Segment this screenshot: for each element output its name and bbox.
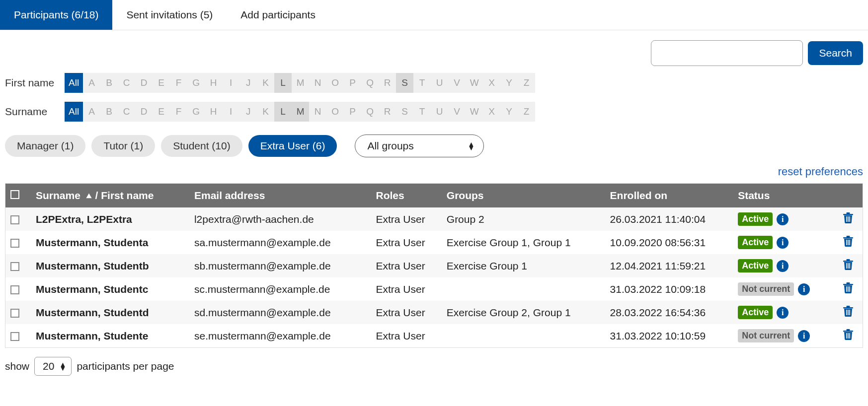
select-all-header[interactable]	[5, 184, 31, 208]
enrolled-header[interactable]: Enrolled on	[605, 184, 733, 208]
alpha-letter-e[interactable]: E	[153, 73, 170, 93]
row-checkbox[interactable]	[10, 309, 19, 318]
role-pill-2[interactable]: Student (10)	[161, 135, 242, 157]
trash-icon[interactable]	[843, 306, 853, 319]
alpha-letter-p[interactable]: P	[344, 102, 361, 122]
alpha-letter-u[interactable]: U	[431, 73, 448, 93]
alpha-letter-x[interactable]: X	[483, 102, 500, 122]
alpha-letter-b[interactable]: B	[100, 73, 118, 93]
trash-icon[interactable]	[843, 259, 853, 272]
alpha-letter-r[interactable]: R	[379, 73, 396, 93]
alpha-letter-f[interactable]: F	[170, 102, 187, 122]
alpha-letter-p[interactable]: P	[344, 73, 361, 93]
row-checkbox[interactable]	[10, 239, 19, 248]
row-enrolled: 26.03.2021 11:40:04	[605, 207, 733, 231]
alpha-letter-h[interactable]: H	[205, 102, 222, 122]
info-icon[interactable]: i	[798, 330, 810, 342]
alpha-letter-n[interactable]: N	[309, 73, 326, 93]
row-groups: Exercise Group 1, Group 1	[442, 231, 605, 254]
info-icon[interactable]: i	[777, 237, 789, 249]
alpha-letter-f[interactable]: F	[170, 73, 187, 93]
alpha-letter-q[interactable]: Q	[361, 102, 379, 122]
row-checkbox[interactable]	[10, 332, 19, 341]
alpha-letter-w[interactable]: W	[466, 73, 483, 93]
row-email: sc.mustermann@example.de	[189, 277, 371, 301]
alpha-letter-a[interactable]: A	[83, 102, 100, 122]
alpha-letter-l[interactable]: L	[274, 102, 292, 122]
alpha-letter-j[interactable]: J	[239, 73, 257, 93]
row-roles: Extra User	[371, 301, 442, 324]
alpha-letter-c[interactable]: C	[118, 73, 135, 93]
alpha-letter-g[interactable]: G	[187, 73, 205, 93]
role-pill-1[interactable]: Tutor (1)	[91, 135, 155, 157]
alpha-letter-m[interactable]: M	[292, 102, 309, 122]
info-icon[interactable]: i	[777, 307, 789, 319]
row-checkbox[interactable]	[10, 215, 19, 224]
trash-icon[interactable]	[843, 282, 853, 296]
trash-icon[interactable]	[843, 329, 853, 342]
alpha-letter-x[interactable]: X	[483, 73, 500, 93]
alpha-letter-e[interactable]: E	[153, 102, 170, 122]
info-icon[interactable]: i	[777, 213, 789, 225]
select-all-checkbox[interactable]	[10, 190, 19, 199]
info-icon[interactable]: i	[798, 283, 810, 295]
trash-icon[interactable]	[843, 212, 853, 226]
tab-1[interactable]: Sent invitations (5)	[112, 0, 227, 30]
email-header[interactable]: Email address	[189, 184, 371, 208]
alpha-letter-k[interactable]: K	[257, 102, 274, 122]
groups-header[interactable]: Groups	[442, 184, 605, 208]
alpha-letter-i[interactable]: I	[222, 102, 239, 122]
firstname-filter-row: First name AllABCDEFGHIJKLMNOPQRSTUVWXYZ	[5, 73, 863, 93]
alpha-letter-d[interactable]: D	[135, 73, 153, 93]
alpha-letter-t[interactable]: T	[413, 73, 431, 93]
status-header[interactable]: Status	[733, 184, 833, 208]
alpha-letter-v[interactable]: V	[448, 102, 466, 122]
alpha-letter-i[interactable]: I	[222, 73, 239, 93]
page-size-select[interactable]: 20 ▲▼	[34, 357, 72, 376]
tab-0[interactable]: Participants (6/18)	[0, 0, 112, 30]
alpha-letter-y[interactable]: Y	[500, 73, 518, 93]
alpha-letter-r[interactable]: R	[379, 102, 396, 122]
tab-2[interactable]: Add participants	[227, 0, 329, 30]
alpha-letter-y[interactable]: Y	[500, 102, 518, 122]
row-groups: Exercise Group 1	[442, 254, 605, 277]
row-email: sa.mustermann@example.de	[189, 231, 371, 254]
role-pill-3[interactable]: Extra User (6)	[248, 135, 337, 157]
alpha-letter-w[interactable]: W	[466, 102, 483, 122]
alpha-letter-c[interactable]: C	[118, 102, 135, 122]
search-input[interactable]	[651, 40, 803, 66]
info-icon[interactable]: i	[777, 260, 789, 272]
alpha-letter-k[interactable]: K	[257, 73, 274, 93]
groups-select[interactable]: All groups▲▼	[355, 135, 484, 157]
roles-header[interactable]: Roles	[371, 184, 442, 208]
alpha-letter-s[interactable]: S	[396, 73, 413, 93]
row-groups: Exercise Group 2, Group 1	[442, 301, 605, 324]
alpha-letter-t[interactable]: T	[413, 102, 431, 122]
alpha-letter-d[interactable]: D	[135, 102, 153, 122]
alpha-letter-b[interactable]: B	[100, 102, 118, 122]
alpha-letter-h[interactable]: H	[205, 73, 222, 93]
role-pill-0[interactable]: Manager (1)	[5, 135, 85, 157]
alpha-letter-s[interactable]: S	[396, 102, 413, 122]
alpha-letter-z[interactable]: Z	[518, 73, 535, 93]
alpha-letter-o[interactable]: O	[326, 73, 344, 93]
alpha-letter-n[interactable]: N	[309, 102, 326, 122]
alpha-letter-z[interactable]: Z	[518, 102, 535, 122]
alpha-letter-m[interactable]: M	[292, 73, 309, 93]
row-checkbox[interactable]	[10, 285, 19, 294]
alpha-all[interactable]: All	[65, 73, 83, 93]
trash-icon[interactable]	[843, 236, 853, 249]
name-header[interactable]: Surname / First name	[31, 184, 189, 208]
search-button[interactable]: Search	[808, 41, 863, 65]
alpha-letter-j[interactable]: J	[239, 102, 257, 122]
row-checkbox[interactable]	[10, 262, 19, 271]
alpha-all[interactable]: All	[65, 102, 83, 122]
alpha-letter-a[interactable]: A	[83, 73, 100, 93]
alpha-letter-v[interactable]: V	[448, 73, 466, 93]
alpha-letter-g[interactable]: G	[187, 102, 205, 122]
alpha-letter-o[interactable]: O	[326, 102, 344, 122]
alpha-letter-q[interactable]: Q	[361, 73, 379, 93]
reset-preferences-link[interactable]: reset preferences	[778, 165, 863, 178]
alpha-letter-u[interactable]: U	[431, 102, 448, 122]
alpha-letter-l[interactable]: L	[274, 73, 292, 93]
